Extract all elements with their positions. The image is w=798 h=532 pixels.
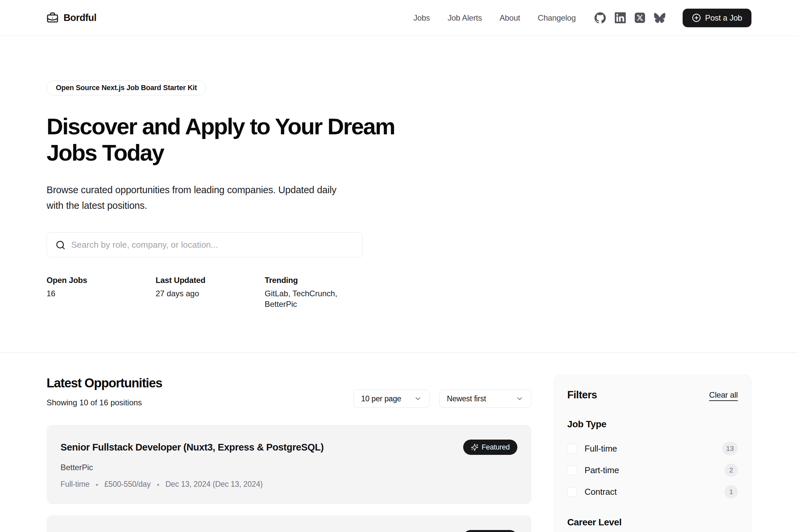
chevron-down-icon [516,395,524,403]
dot-separator: ● [157,482,159,487]
clear-all-link[interactable]: Clear all [709,391,738,400]
filters-column: Filters Clear all Job Type Full-time 13 … [554,353,752,532]
hero-section: Open Source Next.js Job Board Starter Ki… [0,36,798,353]
job-date: Dec 13, 2024 (Dec 13, 2024) [165,480,263,489]
checkbox-full-time[interactable] [567,444,577,454]
stat-label: Trending [265,276,351,285]
hero-stats: Open Jobs 16 Last Updated 27 days ago Tr… [46,276,752,309]
job-meta: Full-time ● £500-550/day ● Dec 13, 2024 … [60,480,517,489]
post-a-job-button[interactable]: Post a Job [683,8,752,27]
github-icon[interactable] [594,12,606,24]
sparkles-icon [471,443,478,451]
filters-title: Filters [567,389,597,401]
count-badge: 1 [724,485,738,498]
job-card[interactable]: Senior Fullstack Developer (Nuxt3, Expre… [46,425,531,504]
count-badge: 13 [722,442,738,455]
nav-link-jobs[interactable]: Jobs [413,13,430,23]
hero-subtitle-line1: Browse curated opportunities from leadin… [46,182,752,198]
search-input[interactable] [71,233,354,257]
jobs-header: Latest Opportunities Showing 10 of 16 po… [46,376,531,407]
per-page-value: 10 per page [361,394,401,403]
count-badge: 2 [724,463,738,477]
stat-value: 16 [46,288,156,299]
nav-link-job-alerts[interactable]: Job Alerts [448,13,482,23]
job-title[interactable]: Senior Fullstack Developer (Nuxt3, Expre… [60,442,324,453]
social-links [594,12,665,24]
option-label: Part-time [585,465,619,475]
job-company: BetterPic [60,463,517,472]
nav-link-changelog[interactable]: Changelog [538,13,575,23]
plus-circle-icon [692,13,701,22]
x-icon[interactable] [635,13,645,23]
job-salary: £500-550/day [104,480,151,489]
option-label: Contract [585,487,617,497]
option-label: Full-time [585,443,617,454]
hero-badge: Open Source Next.js Job Board Starter Ki… [46,80,206,95]
bluesky-icon[interactable] [654,12,665,24]
stat-last-updated: Last Updated 27 days ago [156,276,265,309]
sort-value: Newest first [447,394,486,403]
search-box [46,232,363,258]
filter-option-contract[interactable]: Contract 1 [567,484,738,499]
stat-trending: Trending GitLab, TechCrunch, BetterPic [265,276,351,309]
checkbox-contract[interactable] [567,487,577,497]
post-a-job-label: Post a Job [705,13,742,23]
job-card-top: Senior Fullstack Developer (Nuxt3, Expre… [60,440,517,455]
sort-select[interactable]: Newest first [439,390,531,407]
job-card[interactable]: Senior Fullstack Developer (Nuxt3, Expre… [46,515,531,532]
job-type: Full-time [60,480,90,489]
search-icon [56,240,65,250]
briefcase-icon [46,12,58,24]
filter-option-full-time[interactable]: Full-time 13 [567,441,738,456]
job-type-title: Job Type [567,419,738,430]
header-right: Jobs Job Alerts About Changelog [413,8,752,27]
stat-open-jobs: Open Jobs 16 [46,276,156,309]
per-page-select[interactable]: 10 per page [354,390,430,407]
filters-header: Filters Clear all [567,389,738,401]
main-content: Latest Opportunities Showing 10 of 16 po… [0,353,798,532]
hero-subtitle-line2: with the latest positions. [46,198,752,213]
job-card-top: Senior Fullstack Developer (Nuxt3, Expre… [60,530,517,532]
filters-panel: Filters Clear all Job Type Full-time 13 … [554,375,752,532]
hero-subtitle: Browse curated opportunities from leadin… [46,182,752,213]
stat-label: Open Jobs [46,276,156,285]
featured-label: Featured [482,443,510,452]
stat-value: GitLab, TechCrunch, BetterPic [265,288,351,309]
linkedin-icon[interactable] [615,12,626,23]
nav-link-about[interactable]: About [500,13,520,23]
header: Bordful Jobs Job Alerts About Changelog [0,0,798,36]
featured-badge: Featured [463,530,517,532]
main-nav: Jobs Job Alerts About Changelog [413,13,575,23]
hero-title-line1: Discover and Apply to Your Dream [46,113,752,140]
job-type-options: Full-time 13 Part-time 2 Contract 1 [567,441,738,499]
brand-logo[interactable]: Bordful [46,12,96,24]
dot-separator: ● [95,482,98,487]
featured-badge: Featured [463,440,517,455]
stat-label: Last Updated [156,276,265,285]
hero-title: Discover and Apply to Your Dream Jobs To… [46,113,752,166]
checkbox-part-time[interactable] [567,466,577,475]
filter-option-part-time[interactable]: Part-time 2 [567,463,738,477]
hero-title-line2: Jobs Today [46,140,752,166]
jobs-column: Latest Opportunities Showing 10 of 16 po… [46,353,531,532]
list-controls: 10 per page Newest first [354,390,531,407]
brand-name: Bordful [63,12,96,23]
showing-count: Showing 10 of 16 positions [46,398,162,407]
jobs-section-title: Latest Opportunities [46,376,162,391]
career-level-title: Career Level [567,517,738,528]
chevron-down-icon [414,395,422,403]
stat-value: 27 days ago [156,288,265,299]
